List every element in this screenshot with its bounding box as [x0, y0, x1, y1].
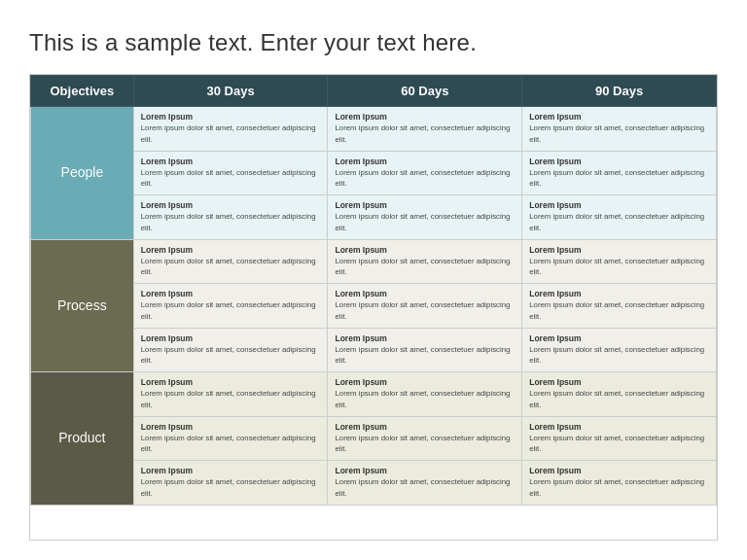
cell-product-r2-c0: Lorem IpsumLorem ipsum dolor sit amet, c…	[133, 461, 328, 506]
cell-title: Lorem Ipsum	[529, 157, 709, 167]
cell-people-r1-c0: Lorem IpsumLorem ipsum dolor sit amet, c…	[133, 151, 328, 195]
cell-product-r0-c2: Lorem IpsumLorem ipsum dolor sit amet, c…	[522, 372, 717, 417]
cell-title: Lorem Ipsum	[335, 333, 515, 344]
cell-product-r0-c1: Lorem IpsumLorem ipsum dolor sit amet, c…	[328, 372, 522, 417]
cell-title: Lorem Ipsum	[335, 466, 515, 476]
cell-product-r1-c1: Lorem IpsumLorem ipsum dolor sit amet, c…	[328, 416, 522, 461]
table-row-people-0: PeopleLorem IpsumLorem ipsum dolor sit a…	[31, 107, 717, 152]
cell-body: Lorem ipsum dolor sit amet, consectetuer…	[141, 257, 316, 277]
cell-title: Lorem Ipsum	[335, 422, 515, 433]
cell-body: Lorem ipsum dolor sit amet, consectetuer…	[335, 389, 510, 409]
cell-body: Lorem ipsum dolor sit amet, consectetuer…	[141, 123, 316, 144]
cell-body: Lorem ipsum dolor sit amet, consectetuer…	[335, 300, 510, 321]
cell-body: Lorem ipsum dolor sit amet, consectetuer…	[529, 389, 704, 409]
cell-title: Lorem Ipsum	[529, 333, 709, 344]
cell-body: Lorem ipsum dolor sit amet, consectetuer…	[529, 477, 704, 498]
cell-title: Lorem Ipsum	[529, 289, 709, 299]
cell-body: Lorem ipsum dolor sit amet, consectetuer…	[141, 477, 316, 498]
cell-title: Lorem Ipsum	[335, 289, 515, 299]
cell-product-r2-c2: Lorem IpsumLorem ipsum dolor sit amet, c…	[522, 461, 717, 506]
cell-title: Lorem Ipsum	[335, 377, 515, 388]
cell-product-r0-c0: Lorem IpsumLorem ipsum dolor sit amet, c…	[133, 372, 328, 417]
cell-product-r1-c0: Lorem IpsumLorem ipsum dolor sit amet, c…	[133, 416, 328, 461]
table-row-process-1: Lorem IpsumLorem ipsum dolor sit amet, c…	[31, 284, 717, 329]
cell-body: Lorem ipsum dolor sit amet, consectetuer…	[141, 212, 316, 232]
cell-process-r1-c0: Lorem IpsumLorem ipsum dolor sit amet, c…	[133, 284, 328, 329]
cell-people-r2-c2: Lorem IpsumLorem ipsum dolor sit amet, c…	[522, 195, 717, 240]
cell-process-r0-c0: Lorem IpsumLorem ipsum dolor sit amet, c…	[133, 239, 328, 284]
cell-body: Lorem ipsum dolor sit amet, consectetuer…	[335, 168, 510, 189]
main-table: Objectives 30 Days 60 Days 90 Days Peopl…	[30, 75, 717, 506]
cell-people-r2-c1: Lorem IpsumLorem ipsum dolor sit amet, c…	[328, 195, 522, 240]
cell-title: Lorem Ipsum	[529, 200, 709, 211]
cell-people-r2-c0: Lorem IpsumLorem ipsum dolor sit amet, c…	[133, 195, 328, 240]
cell-body: Lorem ipsum dolor sit amet, consectetuer…	[529, 434, 704, 454]
table-row-process-0: ProcessLorem IpsumLorem ipsum dolor sit …	[31, 239, 717, 284]
cell-body: Lorem ipsum dolor sit amet, consectetuer…	[335, 345, 510, 366]
header-90days: 90 Days	[522, 76, 717, 107]
cell-body: Lorem ipsum dolor sit amet, consectetuer…	[529, 345, 704, 366]
cell-title: Lorem Ipsum	[529, 112, 709, 122]
cell-title: Lorem Ipsum	[529, 466, 709, 476]
cell-body: Lorem ipsum dolor sit amet, consectetuer…	[335, 212, 510, 232]
cell-body: Lorem ipsum dolor sit amet, consectetuer…	[529, 123, 704, 144]
cell-title: Lorem Ipsum	[335, 112, 515, 122]
cell-title: Lorem Ipsum	[141, 157, 321, 167]
cell-title: Lorem Ipsum	[141, 333, 321, 344]
cell-body: Lorem ipsum dolor sit amet, consectetuer…	[529, 257, 704, 277]
table-row-product-0: ProductLorem IpsumLorem ipsum dolor sit …	[31, 372, 717, 417]
cell-process-r2-c2: Lorem IpsumLorem ipsum dolor sit amet, c…	[522, 328, 717, 372]
cell-title: Lorem Ipsum	[335, 157, 515, 167]
header-30days: 30 Days	[133, 76, 328, 107]
cell-title: Lorem Ipsum	[529, 377, 709, 388]
row-label-product: Product	[31, 372, 134, 506]
cell-body: Lorem ipsum dolor sit amet, consectetuer…	[529, 300, 704, 321]
cell-process-r2-c0: Lorem IpsumLorem ipsum dolor sit amet, c…	[133, 328, 328, 372]
cell-body: Lorem ipsum dolor sit amet, consectetuer…	[141, 434, 316, 454]
table-row-product-1: Lorem IpsumLorem ipsum dolor sit amet, c…	[31, 416, 717, 461]
cell-people-r0-c2: Lorem IpsumLorem ipsum dolor sit amet, c…	[522, 107, 717, 152]
cell-process-r1-c2: Lorem IpsumLorem ipsum dolor sit amet, c…	[522, 284, 717, 329]
table-wrapper: Objectives 30 Days 60 Days 90 Days Peopl…	[29, 74, 718, 541]
cell-people-r0-c0: Lorem IpsumLorem ipsum dolor sit amet, c…	[133, 107, 328, 152]
cell-process-r0-c2: Lorem IpsumLorem ipsum dolor sit amet, c…	[522, 239, 717, 284]
cell-title: Lorem Ipsum	[141, 112, 321, 122]
cell-process-r2-c1: Lorem IpsumLorem ipsum dolor sit amet, c…	[328, 328, 522, 372]
cell-body: Lorem ipsum dolor sit amet, consectetuer…	[335, 123, 510, 144]
cell-body: Lorem ipsum dolor sit amet, consectetuer…	[141, 345, 316, 366]
page-container: This is a sample text. Enter your text h…	[0, 0, 747, 560]
cell-title: Lorem Ipsum	[141, 289, 321, 299]
cell-people-r0-c1: Lorem IpsumLorem ipsum dolor sit amet, c…	[328, 107, 522, 152]
row-label-people: People	[31, 107, 134, 240]
cell-title: Lorem Ipsum	[141, 200, 321, 211]
cell-body: Lorem ipsum dolor sit amet, consectetuer…	[335, 257, 510, 277]
table-row-process-2: Lorem IpsumLorem ipsum dolor sit amet, c…	[31, 328, 717, 372]
cell-product-r1-c2: Lorem IpsumLorem ipsum dolor sit amet, c…	[522, 416, 717, 461]
cell-body: Lorem ipsum dolor sit amet, consectetuer…	[335, 477, 510, 498]
cell-body: Lorem ipsum dolor sit amet, consectetuer…	[141, 168, 316, 189]
cell-body: Lorem ipsum dolor sit amet, consectetuer…	[529, 168, 704, 189]
cell-title: Lorem Ipsum	[141, 377, 321, 388]
cell-process-r0-c1: Lorem IpsumLorem ipsum dolor sit amet, c…	[328, 239, 522, 284]
cell-title: Lorem Ipsum	[141, 422, 321, 433]
row-label-process: Process	[31, 239, 134, 372]
header-60days: 60 Days	[328, 76, 522, 107]
cell-body: Lorem ipsum dolor sit amet, consectetuer…	[335, 434, 510, 454]
header-row: Objectives 30 Days 60 Days 90 Days	[31, 76, 717, 107]
cell-title: Lorem Ipsum	[529, 422, 709, 433]
table-row-people-1: Lorem IpsumLorem ipsum dolor sit amet, c…	[31, 151, 717, 195]
cell-people-r1-c2: Lorem IpsumLorem ipsum dolor sit amet, c…	[522, 151, 717, 195]
cell-process-r1-c1: Lorem IpsumLorem ipsum dolor sit amet, c…	[328, 284, 522, 329]
cell-product-r2-c1: Lorem IpsumLorem ipsum dolor sit amet, c…	[328, 461, 522, 506]
cell-body: Lorem ipsum dolor sit amet, consectetuer…	[529, 212, 704, 232]
page-title: This is a sample text. Enter your text h…	[29, 29, 718, 56]
cell-body: Lorem ipsum dolor sit amet, consectetuer…	[141, 300, 316, 321]
table-row-people-2: Lorem IpsumLorem ipsum dolor sit amet, c…	[31, 195, 717, 240]
cell-title: Lorem Ipsum	[141, 245, 321, 256]
cell-body: Lorem ipsum dolor sit amet, consectetuer…	[141, 389, 316, 409]
cell-title: Lorem Ipsum	[335, 245, 515, 256]
cell-title: Lorem Ipsum	[335, 200, 515, 211]
table-row-product-2: Lorem IpsumLorem ipsum dolor sit amet, c…	[31, 461, 717, 506]
cell-title: Lorem Ipsum	[529, 245, 709, 256]
cell-people-r1-c1: Lorem IpsumLorem ipsum dolor sit amet, c…	[328, 151, 522, 195]
